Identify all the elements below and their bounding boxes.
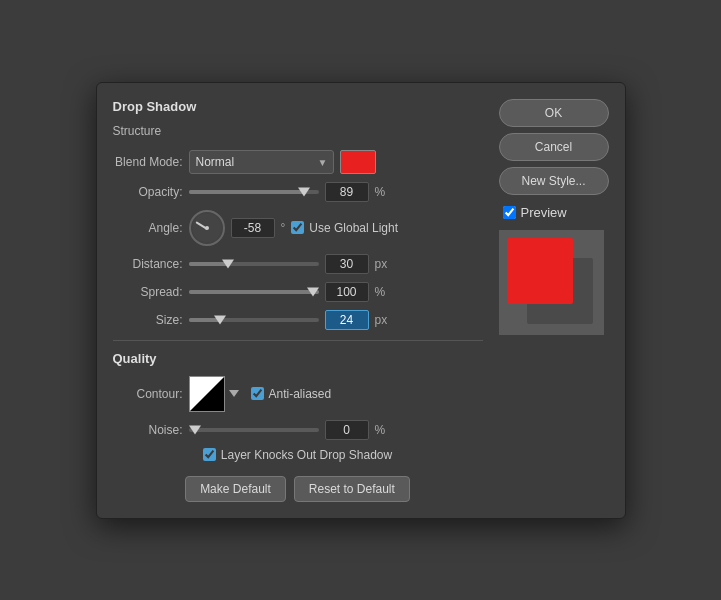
preview-red-box [507,238,573,304]
noise-unit: % [375,423,393,437]
noise-row: Noise: % [113,420,483,440]
distance-input[interactable] [325,254,369,274]
contour-thumbnail[interactable] [189,376,225,412]
contour-row: Contour: Anti-aliased [113,376,483,412]
anti-aliased-label: Anti-aliased [269,387,332,401]
color-swatch[interactable] [340,150,376,174]
opacity-input[interactable] [325,182,369,202]
preview-label-row: Preview [503,205,609,220]
preview-label: Preview [521,205,567,220]
size-unit: px [375,313,393,327]
cancel-button[interactable]: Cancel [499,133,609,161]
contour-svg [190,377,224,411]
drop-shadow-dialog: Drop Shadow Structure Blend Mode: Normal… [96,82,626,519]
new-style-button[interactable]: New Style... [499,167,609,195]
reset-to-default-button[interactable]: Reset to Default [294,476,410,502]
use-global-light-label: Use Global Light [309,221,398,235]
section-sub: Structure [113,124,483,138]
contour-select-wrapper[interactable] [189,376,239,412]
size-input[interactable] [325,310,369,330]
svg-marker-0 [190,377,224,411]
size-label: Size: [113,313,183,327]
layer-knocks-checkbox[interactable] [203,448,216,461]
spread-label: Spread: [113,285,183,299]
angle-unit: ° [281,221,286,235]
angle-widget[interactable] [189,210,225,246]
distance-unit: px [375,257,393,271]
ok-button[interactable]: OK [499,99,609,127]
angle-row: Angle: ° Use Global Light [113,210,483,246]
quality-section: Quality Contour: Anti-aliased [113,351,483,440]
size-row: Size: px [113,310,483,330]
blend-mode-row: Blend Mode: Normal Multiply Screen ▼ [113,150,483,174]
divider [113,340,483,341]
right-panel: OK Cancel New Style... Preview [499,99,609,502]
make-default-button[interactable]: Make Default [185,476,286,502]
spread-slider[interactable] [189,290,319,294]
spread-input[interactable] [325,282,369,302]
distance-row: Distance: px [113,254,483,274]
preview-canvas [499,230,604,335]
size-slider[interactable] [189,318,319,322]
opacity-unit: % [375,185,393,199]
anti-aliased-checkbox[interactable] [251,387,264,400]
bottom-buttons: Make Default Reset to Default [113,476,483,502]
anti-aliased-checkbox-wrapper[interactable]: Anti-aliased [251,387,332,401]
noise-slider[interactable] [189,428,319,432]
angle-input[interactable] [231,218,275,238]
layer-knocks-label: Layer Knocks Out Drop Shadow [221,448,392,462]
main-panel: Drop Shadow Structure Blend Mode: Normal… [113,99,483,502]
contour-label: Contour: [113,387,183,401]
quality-title: Quality [113,351,483,366]
distance-label: Distance: [113,257,183,271]
layer-knocks-checkbox-wrapper[interactable]: Layer Knocks Out Drop Shadow [203,448,392,462]
blend-mode-label: Blend Mode: [113,155,183,169]
noise-input[interactable] [325,420,369,440]
noise-label: Noise: [113,423,183,437]
angle-center-dot [205,226,209,230]
blend-mode-select[interactable]: Normal Multiply Screen [189,150,334,174]
distance-slider[interactable] [189,262,319,266]
use-global-light-checkbox-wrapper[interactable]: Use Global Light [291,221,398,235]
contour-dropdown-arrow[interactable] [229,390,239,397]
spread-unit: % [375,285,393,299]
opacity-label: Opacity: [113,185,183,199]
spread-row: Spread: % [113,282,483,302]
opacity-slider[interactable] [189,190,319,194]
blend-mode-select-wrapper[interactable]: Normal Multiply Screen ▼ [189,150,334,174]
angle-label: Angle: [113,221,183,235]
section-title: Drop Shadow [113,99,483,114]
opacity-row: Opacity: % [113,182,483,202]
preview-checkbox[interactable] [503,206,516,219]
use-global-light-checkbox[interactable] [291,221,304,234]
layer-knocks-row: Layer Knocks Out Drop Shadow [113,448,483,462]
